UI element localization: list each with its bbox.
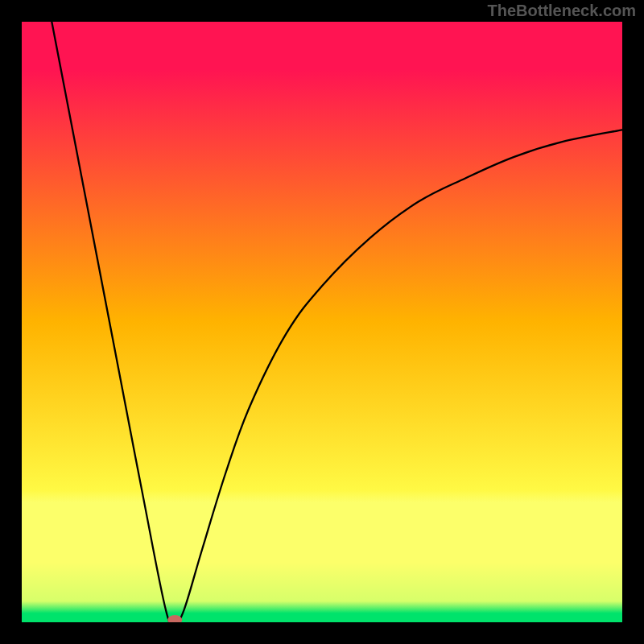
chart-stage: TheBottleneck.com — [0, 0, 644, 644]
plot-area — [22, 22, 622, 622]
watermark-text: TheBottleneck.com — [488, 2, 636, 20]
bottleneck-curve — [22, 22, 622, 622]
curve-minimum-marker — [167, 615, 182, 622]
